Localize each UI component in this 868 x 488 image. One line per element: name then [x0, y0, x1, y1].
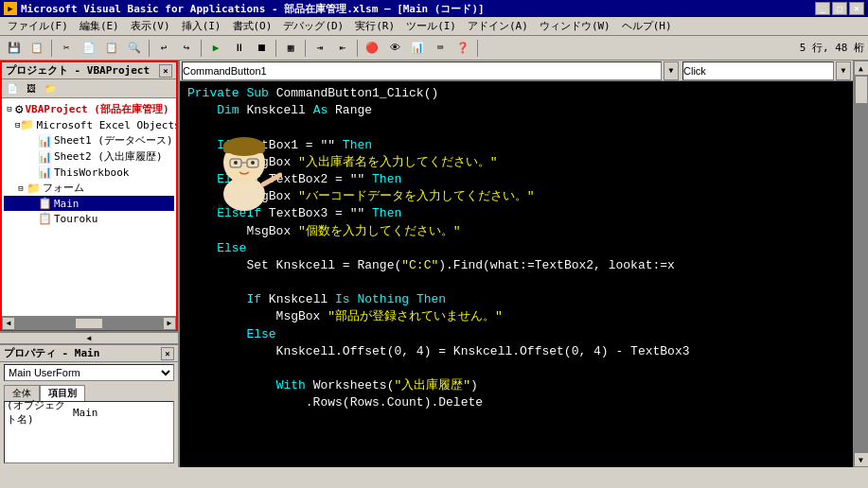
thisworkbook-icon: 📊 [38, 166, 52, 179]
root-icon: ⚙ [15, 101, 23, 116]
menu-file[interactable]: ファイル(F) [2, 17, 74, 35]
close-button[interactable]: × [849, 2, 864, 15]
scroll-thumb[interactable] [75, 318, 103, 329]
tb-outdent-button[interactable]: ⇤ [332, 39, 353, 58]
forms-icon: 📁 [27, 182, 41, 195]
code-line-14: MsgBox "部品が登録されていません。" [187, 308, 845, 325]
tb-design-button[interactable]: ▦ [280, 39, 301, 58]
tb-indent-button[interactable]: ⇥ [310, 39, 330, 58]
tree-main[interactable]: 📋 Main [4, 196, 174, 211]
project-close-button[interactable]: × [159, 64, 172, 78]
props-content: (オブジェクト名) Main [4, 401, 174, 463]
project-view-form[interactable]: 🖼 [23, 81, 40, 96]
maximize-button[interactable]: □ [832, 2, 847, 15]
tree-excel-objects[interactable]: ⊟ 📁 Microsoft Excel Objects [4, 117, 174, 132]
code-line-5: MsgBox "入出庫者名を入力してください。" [187, 154, 845, 171]
sheet2-label: Sheet2 (入出庫履歴) [54, 149, 163, 164]
menu-edit[interactable]: 編集(E) [74, 17, 125, 35]
menu-help[interactable]: ヘルプ(H) [616, 17, 678, 35]
properties-panel: プロパティ - Main × Main UserForm 全体 項目別 (オブジ… [0, 344, 178, 467]
right-scroll-track[interactable] [854, 76, 869, 452]
object-combo-arrow[interactable]: ▼ [664, 61, 679, 80]
sheet2-icon: 📊 [38, 150, 52, 164]
project-view-code[interactable]: 📄 [4, 81, 21, 96]
tb-breakpoint-button[interactable]: 🔴 [362, 39, 382, 58]
code-line-8: ElseIf TextBox3 = "" Then [187, 205, 845, 222]
scroll-left-btn[interactable]: ◀ [2, 317, 15, 330]
toolbar-sep7 [477, 40, 478, 57]
panel-collapse-arrow[interactable]: ◀ [0, 331, 178, 344]
code-editor[interactable]: Private Sub CommandButton1_Click() Dim K… [180, 81, 853, 467]
tb-save-button[interactable]: 💾 [4, 39, 25, 58]
code-line-12 [187, 274, 845, 291]
menu-tools[interactable]: ツール(I) [400, 17, 462, 35]
tree-thisworkbook[interactable]: 📊 ThisWorkbook [4, 165, 174, 180]
collapse-icon: ◀ [87, 334, 92, 342]
props-object-select[interactable]: Main UserForm [4, 364, 174, 381]
props-close-button[interactable]: × [161, 347, 174, 360]
tb-stop-button[interactable]: ⏹ [251, 39, 272, 58]
project-tree[interactable]: ⊟ ⚙ VBAProject (部品在庫管理) ⊟ 📁 Microsoft Ex… [2, 98, 176, 316]
main-toolbar: 💾 📋 ✂ 📄 📋 🔍 ↩ ↪ ▶ ⏸ ⏹ ▦ ⇥ ⇤ 🔴 👁 📊 ⌨ ❓ 5 … [0, 36, 868, 61]
code-line-15: Else [187, 326, 845, 343]
tb-redo-button[interactable]: ↪ [176, 39, 197, 58]
toolbar-sep3 [201, 40, 202, 57]
root-label: VBAProject (部品在庫管理) [25, 102, 168, 116]
tb-cut-button[interactable]: ✂ [56, 39, 77, 58]
menu-addins[interactable]: アドイン(A) [462, 17, 534, 35]
object-combo[interactable] [182, 61, 662, 80]
scroll-down-btn[interactable]: ▼ [854, 452, 869, 467]
menu-insert[interactable]: 挿入(I) [176, 17, 227, 35]
menu-bar: ファイル(F) 編集(E) 表示(V) 挿入(I) 書式(O) デバッグ(D) … [0, 17, 868, 36]
root-expand-icon: ⊟ [4, 104, 15, 113]
procedure-combo[interactable] [682, 61, 834, 80]
tb-paste-button[interactable]: 📋 [101, 39, 122, 58]
menu-format[interactable]: 書式(O) [227, 17, 278, 35]
tb-help-button[interactable]: ❓ [452, 39, 473, 58]
procedure-combo-arrow[interactable]: ▼ [836, 61, 851, 80]
tb-locals-button[interactable]: 📊 [407, 39, 428, 58]
menu-view[interactable]: 表示(V) [125, 17, 176, 35]
tree-touroku[interactable]: 📋 Touroku [4, 211, 174, 226]
touroku-icon: 📋 [38, 212, 52, 225]
right-scroll-thumb[interactable] [855, 76, 868, 104]
forms-expand: ⊟ [15, 183, 27, 193]
touroku-label: Touroku [54, 213, 97, 225]
scroll-track [15, 317, 163, 330]
toolbar-sep5 [305, 40, 306, 57]
project-panel: プロジェクト - VBAProject × 📄 🖼 📁 ⊟ ⚙ VBAProje… [0, 61, 178, 331]
tb-pause-button[interactable]: ⏸ [228, 39, 249, 58]
minimize-button[interactable]: _ [815, 2, 830, 15]
code-line-1: Private Sub CommandButton1_Click() [187, 85, 845, 102]
tree-sheet1[interactable]: 📊 Sheet1 (データベース) [4, 132, 174, 148]
sheet1-icon: 📊 [38, 134, 52, 148]
tb-copy-button[interactable]: 📄 [79, 39, 99, 58]
excel-objects-icon: 📁 [20, 118, 34, 131]
tb-undo-button[interactable]: ↩ [153, 39, 174, 58]
forms-label: フォーム [43, 181, 84, 195]
right-scrollbar: ▲ ▼ [853, 61, 868, 467]
tb-run-button[interactable]: ▶ [205, 39, 226, 58]
scroll-right-btn[interactable]: ▶ [163, 317, 176, 330]
scroll-up-btn[interactable]: ▲ [854, 61, 869, 76]
tb-find-button[interactable]: 🔍 [124, 39, 145, 58]
menu-window[interactable]: ウィンドウ(W) [534, 17, 616, 35]
menu-debug[interactable]: デバッグ(D) [277, 17, 349, 35]
props-row-name: (オブジェクト名) Main [7, 404, 171, 421]
tree-sheet2[interactable]: 📊 Sheet2 (入出庫履歴) [4, 148, 174, 165]
tb-watch-button[interactable]: 👁 [384, 39, 405, 58]
project-scrollbar: ◀ ▶ [2, 316, 176, 329]
tree-root[interactable]: ⊟ ⚙ VBAProject (部品在庫管理) [4, 100, 174, 117]
tb-immediate-button[interactable]: ⌨ [430, 39, 451, 58]
menu-run[interactable]: 実行(R) [349, 17, 400, 35]
code-line-7: MsgBox "バーコードデータを入力してください。" [187, 188, 845, 205]
code-line-10: Else [187, 240, 845, 257]
tb-button1[interactable]: 📋 [27, 39, 47, 58]
props-label-name: (オブジェクト名) [7, 398, 73, 427]
app-icon: ▶ [4, 2, 17, 15]
toolbar-sep6 [357, 40, 358, 57]
props-panel-title: プロパティ - Main [4, 346, 99, 360]
project-toggle-folders[interactable]: 📁 [42, 81, 59, 96]
tree-forms[interactable]: ⊟ 📁 フォーム [4, 180, 174, 196]
code-toolbar: ▼ ▼ [180, 61, 853, 81]
